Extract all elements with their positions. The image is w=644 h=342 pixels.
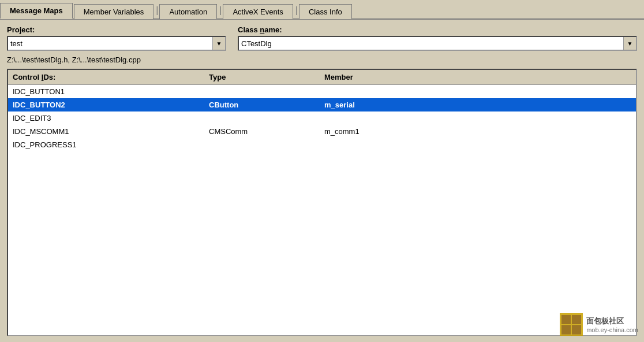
cell-type: CMSComm xyxy=(204,126,320,137)
watermark-icon-cell xyxy=(561,315,571,324)
classname-label: Class name: xyxy=(238,25,637,34)
cell-member xyxy=(320,86,636,97)
tab-activex-events-label: ActiveX Events xyxy=(233,8,283,16)
tab-activex-events[interactable]: ActiveX Events xyxy=(223,4,293,19)
watermark-icon-cell xyxy=(572,315,581,324)
cell-member: m_serial xyxy=(320,99,636,110)
watermark-site-name: 面包板社区 xyxy=(586,316,638,326)
watermark-icon xyxy=(560,313,583,336)
classname-select-wrapper[interactable]: ▼ xyxy=(238,36,637,51)
tab-separator-2: | xyxy=(218,5,223,16)
cell-control-id: IDC_MSCOMM1 xyxy=(8,126,204,137)
tab-member-variables-label: Member Variables xyxy=(84,8,144,16)
cell-member xyxy=(320,113,636,124)
main-container: Message Maps Member Variables | Automati… xyxy=(0,0,644,342)
table-container: Control IDs: Type Member IDC_BUTTON1 IDC… xyxy=(7,69,637,336)
table-row[interactable]: IDC_PROGRESS1 xyxy=(8,138,636,151)
table-row[interactable]: IDC_BUTTON2 CButton m_serial xyxy=(8,98,636,111)
tab-automation-label: Automation xyxy=(169,8,207,16)
cell-control-id: IDC_BUTTON1 xyxy=(8,86,204,97)
classname-group: Class name: ▼ xyxy=(238,25,637,51)
cell-type: CButton xyxy=(204,99,320,110)
file-path: Z:\...\test\testDlg.h, Z:\...\test\testD… xyxy=(7,54,637,65)
tab-class-info-label: Class Info xyxy=(309,8,342,16)
tab-message-maps[interactable]: Message Maps xyxy=(0,3,73,19)
project-group: Project: ▼ xyxy=(7,25,226,51)
tab-separator-3: | xyxy=(294,5,299,16)
content-area: Project: ▼ Class name: ▼ Z:\...\test\tes… xyxy=(0,20,644,342)
watermark-icon-cell xyxy=(561,325,571,334)
tab-separator-1: | xyxy=(155,5,159,16)
form-row: Project: ▼ Class name: ▼ xyxy=(7,25,637,51)
watermark-site-url: mob.ey-china.com xyxy=(586,326,638,333)
cell-member: m_comm1 xyxy=(320,126,636,137)
cell-type xyxy=(204,139,320,150)
cell-member xyxy=(320,139,636,150)
header-type: Type xyxy=(204,72,320,83)
tab-member-variables[interactable]: Member Variables xyxy=(74,4,154,19)
watermark-icon-cell xyxy=(572,325,581,334)
table-row[interactable]: IDC_EDIT3 xyxy=(8,111,636,125)
cell-control-id: IDC_EDIT3 xyxy=(8,113,204,124)
tab-bar: Message Maps Member Variables | Automati… xyxy=(0,0,644,20)
cell-type xyxy=(204,86,320,97)
tab-automation[interactable]: Automation xyxy=(159,4,217,19)
classname-input[interactable] xyxy=(239,38,623,49)
tab-message-maps-label: Message Maps xyxy=(10,6,63,15)
project-dropdown-arrow[interactable]: ▼ xyxy=(212,37,225,50)
project-input[interactable] xyxy=(8,38,212,49)
project-select-wrapper[interactable]: ▼ xyxy=(7,36,226,51)
header-control-ids: Control IDs: xyxy=(8,72,204,83)
classname-dropdown-arrow[interactable]: ▼ xyxy=(623,37,636,50)
tab-class-info[interactable]: Class Info xyxy=(299,4,352,19)
table-row[interactable]: IDC_MSCOMM1 CMSComm m_comm1 xyxy=(8,125,636,138)
table-header: Control IDs: Type Member xyxy=(8,70,636,85)
watermark: 面包板社区 mob.ey-china.com xyxy=(560,313,638,336)
watermark-text: 面包板社区 mob.ey-china.com xyxy=(586,316,638,333)
cell-control-id: IDC_PROGRESS1 xyxy=(8,139,204,150)
header-member: Member xyxy=(320,72,636,83)
cell-control-id: IDC_BUTTON2 xyxy=(8,99,204,110)
table-row[interactable]: IDC_BUTTON1 xyxy=(8,85,636,98)
project-label: Project: xyxy=(7,25,226,34)
cell-type xyxy=(204,113,320,124)
